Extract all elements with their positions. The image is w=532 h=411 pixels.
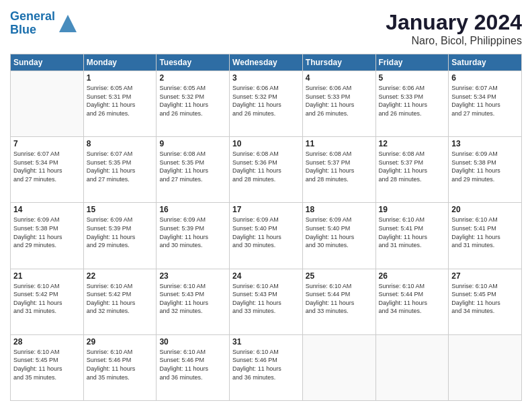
day-number: 27 [451, 271, 519, 281]
calendar-week-row: 7Sunrise: 6:07 AM Sunset: 5:34 PM Daylig… [11, 137, 522, 203]
calendar-cell: 9Sunrise: 6:08 AM Sunset: 5:35 PM Daylig… [157, 137, 230, 203]
calendar-cell: 6Sunrise: 6:07 AM Sunset: 5:34 PM Daylig… [449, 71, 522, 137]
day-number: 25 [306, 271, 373, 281]
day-number: 19 [379, 205, 446, 214]
day-number: 5 [379, 73, 446, 83]
day-number: 26 [379, 271, 446, 281]
day-info: Sunrise: 6:09 AM Sunset: 5:40 PM Dayligh… [232, 216, 300, 249]
day-info: Sunrise: 6:09 AM Sunset: 5:40 PM Dayligh… [306, 216, 373, 249]
day-number: 16 [159, 205, 226, 214]
weekday-header: Monday [83, 54, 157, 71]
day-info: Sunrise: 6:08 AM Sunset: 5:35 PM Dayligh… [159, 150, 226, 183]
calendar-cell: 24Sunrise: 6:10 AM Sunset: 5:43 PM Dayli… [230, 269, 303, 334]
day-info: Sunrise: 6:07 AM Sunset: 5:35 PM Dayligh… [87, 150, 154, 183]
calendar-week-row: 14Sunrise: 6:09 AM Sunset: 5:38 PM Dayli… [11, 203, 522, 269]
day-info: Sunrise: 6:07 AM Sunset: 5:34 PM Dayligh… [13, 150, 81, 183]
day-number: 30 [159, 337, 226, 347]
calendar-cell: 10Sunrise: 6:08 AM Sunset: 5:36 PM Dayli… [230, 137, 303, 203]
day-info: Sunrise: 6:10 AM Sunset: 5:46 PM Dayligh… [232, 348, 300, 381]
calendar-cell: 21Sunrise: 6:10 AM Sunset: 5:42 PM Dayli… [11, 269, 84, 334]
day-number: 31 [232, 337, 300, 347]
day-number: 17 [232, 205, 300, 214]
calendar-cell: 7Sunrise: 6:07 AM Sunset: 5:34 PM Daylig… [11, 137, 84, 203]
svg-marker-0 [59, 15, 77, 32]
calendar-cell: 8Sunrise: 6:07 AM Sunset: 5:35 PM Daylig… [83, 137, 157, 203]
calendar-cell: 5Sunrise: 6:06 AM Sunset: 5:33 PM Daylig… [375, 71, 449, 137]
calendar-cell: 16Sunrise: 6:09 AM Sunset: 5:39 PM Dayli… [157, 203, 230, 269]
day-number: 23 [159, 271, 226, 281]
day-info: Sunrise: 6:09 AM Sunset: 5:38 PM Dayligh… [451, 150, 519, 183]
calendar-cell: 22Sunrise: 6:10 AM Sunset: 5:42 PM Dayli… [83, 269, 157, 334]
day-info: Sunrise: 6:06 AM Sunset: 5:32 PM Dayligh… [232, 84, 300, 118]
weekday-header: Tuesday [157, 54, 230, 71]
calendar-cell: 3Sunrise: 6:06 AM Sunset: 5:32 PM Daylig… [230, 71, 303, 137]
logo-blue: Blue [10, 23, 36, 36]
day-info: Sunrise: 6:10 AM Sunset: 5:45 PM Dayligh… [13, 348, 81, 381]
day-number: 1 [87, 73, 154, 83]
calendar-cell [11, 71, 84, 137]
calendar-cell [302, 334, 375, 400]
weekday-header: Saturday [449, 54, 522, 71]
calendar-page: General Blue January 2024 Naro, Bicol, P… [0, 0, 532, 411]
logo-general: General [10, 9, 55, 23]
calendar-cell [375, 334, 449, 400]
calendar-cell: 15Sunrise: 6:09 AM Sunset: 5:39 PM Dayli… [83, 203, 157, 269]
calendar-cell: 14Sunrise: 6:09 AM Sunset: 5:38 PM Dayli… [11, 203, 84, 269]
day-info: Sunrise: 6:06 AM Sunset: 5:33 PM Dayligh… [379, 84, 446, 118]
day-info: Sunrise: 6:10 AM Sunset: 5:42 PM Dayligh… [87, 282, 154, 316]
day-number: 20 [451, 205, 519, 214]
day-info: Sunrise: 6:10 AM Sunset: 5:44 PM Dayligh… [379, 282, 446, 316]
day-info: Sunrise: 6:05 AM Sunset: 5:32 PM Dayligh… [159, 84, 226, 118]
calendar-cell: 25Sunrise: 6:10 AM Sunset: 5:44 PM Dayli… [302, 269, 375, 334]
day-number: 28 [13, 337, 81, 347]
day-number: 21 [13, 271, 81, 281]
calendar-cell: 20Sunrise: 6:10 AM Sunset: 5:41 PM Dayli… [449, 203, 522, 269]
calendar-cell: 17Sunrise: 6:09 AM Sunset: 5:40 PM Dayli… [230, 203, 303, 269]
calendar-cell: 2Sunrise: 6:05 AM Sunset: 5:32 PM Daylig… [157, 71, 230, 137]
day-info: Sunrise: 6:10 AM Sunset: 5:42 PM Dayligh… [13, 282, 81, 316]
logo: General Blue [10, 10, 78, 37]
weekday-header: Wednesday [230, 54, 303, 71]
day-info: Sunrise: 6:10 AM Sunset: 5:46 PM Dayligh… [159, 348, 226, 381]
day-number: 24 [232, 271, 300, 281]
calendar-cell [449, 334, 522, 400]
day-number: 2 [159, 73, 226, 83]
day-number: 14 [13, 205, 81, 214]
day-number: 29 [87, 337, 154, 347]
calendar-cell: 28Sunrise: 6:10 AM Sunset: 5:45 PM Dayli… [11, 334, 84, 400]
day-info: Sunrise: 6:09 AM Sunset: 5:39 PM Dayligh… [159, 216, 226, 249]
calendar-cell: 19Sunrise: 6:10 AM Sunset: 5:41 PM Dayli… [375, 203, 449, 269]
calendar-cell: 27Sunrise: 6:10 AM Sunset: 5:45 PM Dayli… [449, 269, 522, 334]
calendar-week-row: 1Sunrise: 6:05 AM Sunset: 5:31 PM Daylig… [11, 71, 522, 137]
calendar-subtitle: Naro, Bicol, Philippines [386, 35, 522, 47]
day-number: 3 [232, 73, 300, 83]
calendar-cell: 31Sunrise: 6:10 AM Sunset: 5:46 PM Dayli… [230, 334, 303, 400]
day-info: Sunrise: 6:10 AM Sunset: 5:46 PM Dayligh… [87, 348, 154, 381]
day-number: 11 [306, 139, 373, 148]
calendar-cell: 18Sunrise: 6:09 AM Sunset: 5:40 PM Dayli… [302, 203, 375, 269]
calendar-cell: 12Sunrise: 6:08 AM Sunset: 5:37 PM Dayli… [375, 137, 449, 203]
day-info: Sunrise: 6:06 AM Sunset: 5:33 PM Dayligh… [306, 84, 373, 118]
day-number: 6 [451, 73, 519, 83]
day-info: Sunrise: 6:09 AM Sunset: 5:39 PM Dayligh… [87, 216, 154, 249]
calendar-cell: 23Sunrise: 6:10 AM Sunset: 5:43 PM Dayli… [157, 269, 230, 334]
calendar-cell: 30Sunrise: 6:10 AM Sunset: 5:46 PM Dayli… [157, 334, 230, 400]
day-info: Sunrise: 6:07 AM Sunset: 5:34 PM Dayligh… [451, 84, 519, 118]
calendar-title: January 2024 [386, 10, 522, 35]
calendar-cell: 4Sunrise: 6:06 AM Sunset: 5:33 PM Daylig… [302, 71, 375, 137]
day-info: Sunrise: 6:08 AM Sunset: 5:37 PM Dayligh… [379, 150, 446, 183]
day-info: Sunrise: 6:05 AM Sunset: 5:31 PM Dayligh… [87, 84, 154, 118]
day-number: 9 [159, 139, 226, 148]
day-number: 7 [13, 139, 81, 148]
calendar-body: 1Sunrise: 6:05 AM Sunset: 5:31 PM Daylig… [11, 71, 522, 401]
weekday-header: Sunday [11, 54, 84, 71]
day-number: 10 [232, 139, 300, 148]
day-info: Sunrise: 6:08 AM Sunset: 5:37 PM Dayligh… [306, 150, 373, 183]
day-number: 13 [451, 139, 519, 148]
calendar-week-row: 28Sunrise: 6:10 AM Sunset: 5:45 PM Dayli… [11, 334, 522, 400]
header: General Blue January 2024 Naro, Bicol, P… [10, 10, 522, 47]
day-info: Sunrise: 6:08 AM Sunset: 5:36 PM Dayligh… [232, 150, 300, 183]
day-info: Sunrise: 6:10 AM Sunset: 5:45 PM Dayligh… [451, 282, 519, 316]
weekday-header: Thursday [302, 54, 375, 71]
day-info: Sunrise: 6:10 AM Sunset: 5:41 PM Dayligh… [451, 216, 519, 249]
